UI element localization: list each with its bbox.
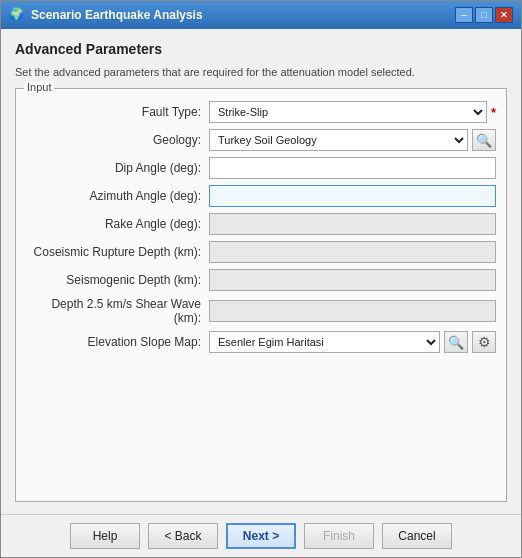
dip-angle-input[interactable]: 90.0 (209, 157, 496, 179)
seismogenic-depth-input[interactable]: 3.0 (209, 269, 496, 291)
seismogenic-depth-control: 3.0 (209, 269, 496, 291)
form-rows: Fault Type: Strike-Slip Normal Reverse *… (26, 101, 496, 353)
geology-control: Turkey Soil Geology Global Geology 🔍 (209, 129, 496, 151)
fault-type-row: Fault Type: Strike-Slip Normal Reverse * (26, 101, 496, 123)
elevation-slope-select[interactable]: Esenler Egim Haritasi (209, 331, 440, 353)
geology-label: Geology: (26, 133, 201, 147)
seismogenic-depth-label: Seismogenic Depth (km): (26, 273, 201, 287)
depth-shear-wave-input[interactable]: 2.0 (209, 300, 496, 322)
azimuth-angle-row: Azimuth Angle (deg): 90.0 (26, 185, 496, 207)
coseismic-depth-control: 0.0 (209, 241, 496, 263)
title-bar-left: 🌍 Scenario Earthquake Analysis (9, 7, 203, 23)
required-indicator: * (491, 105, 496, 120)
rake-angle-input[interactable]: 176.0 (209, 213, 496, 235)
close-button[interactable]: ✕ (495, 7, 513, 23)
rake-angle-label: Rake Angle (deg): (26, 217, 201, 231)
gear-icon: ⚙ (478, 334, 491, 350)
coseismic-depth-label: Coseismic Rupture Depth (km): (26, 245, 201, 259)
minimize-button[interactable]: ─ (455, 7, 473, 23)
page-title: Advanced Parameters (15, 41, 507, 57)
elevation-search-button[interactable]: 🔍 (444, 331, 468, 353)
title-bar: 🌍 Scenario Earthquake Analysis ─ □ ✕ (1, 1, 521, 29)
geology-row: Geology: Turkey Soil Geology Global Geol… (26, 129, 496, 151)
elevation-slope-row: Elevation Slope Map: Esenler Egim Harita… (26, 331, 496, 353)
input-group: Input Fault Type: Strike-Slip Normal Rev… (15, 88, 507, 502)
rake-angle-row: Rake Angle (deg): 176.0 (26, 213, 496, 235)
rake-angle-control: 176.0 (209, 213, 496, 235)
maximize-button[interactable]: □ (475, 7, 493, 23)
fault-type-select[interactable]: Strike-Slip Normal Reverse (209, 101, 487, 123)
next-button[interactable]: Next > (226, 523, 296, 549)
fault-type-label: Fault Type: (26, 105, 201, 119)
footer: Help < Back Next > Finish Cancel (1, 514, 521, 557)
azimuth-angle-input[interactable]: 90.0 (209, 185, 496, 207)
cancel-button[interactable]: Cancel (382, 523, 452, 549)
window-controls: ─ □ ✕ (455, 7, 513, 23)
depth-shear-wave-label: Depth 2.5 km/s Shear Wave (km): (26, 297, 201, 325)
finish-button[interactable]: Finish (304, 523, 374, 549)
app-icon: 🌍 (9, 7, 25, 23)
geology-search-button[interactable]: 🔍 (472, 129, 496, 151)
azimuth-angle-control: 90.0 (209, 185, 496, 207)
dip-angle-row: Dip Angle (deg): 90.0 (26, 157, 496, 179)
seismogenic-depth-row: Seismogenic Depth (km): 3.0 (26, 269, 496, 291)
main-window: 🌍 Scenario Earthquake Analysis ─ □ ✕ Adv… (0, 0, 522, 558)
coseismic-depth-input[interactable]: 0.0 (209, 241, 496, 263)
depth-shear-wave-row: Depth 2.5 km/s Shear Wave (km): 2.0 (26, 297, 496, 325)
help-button[interactable]: Help (70, 523, 140, 549)
back-button[interactable]: < Back (148, 523, 218, 549)
azimuth-angle-label: Azimuth Angle (deg): (26, 189, 201, 203)
coseismic-depth-row: Coseismic Rupture Depth (km): 0.0 (26, 241, 496, 263)
elevation-slope-control: Esenler Egim Haritasi 🔍 ⚙ (209, 331, 496, 353)
elevation-gear-button[interactable]: ⚙ (472, 331, 496, 353)
main-content: Advanced Parameters Set the advanced par… (1, 29, 521, 514)
fault-type-control: Strike-Slip Normal Reverse * (209, 101, 496, 123)
dip-angle-control: 90.0 (209, 157, 496, 179)
depth-shear-wave-control: 2.0 (209, 300, 496, 322)
group-label: Input (24, 81, 54, 93)
elevation-slope-label: Elevation Slope Map: (26, 335, 201, 349)
page-description: Set the advanced parameters that are req… (15, 65, 507, 80)
geology-select[interactable]: Turkey Soil Geology Global Geology (209, 129, 468, 151)
window-title: Scenario Earthquake Analysis (31, 8, 203, 22)
dip-angle-label: Dip Angle (deg): (26, 161, 201, 175)
